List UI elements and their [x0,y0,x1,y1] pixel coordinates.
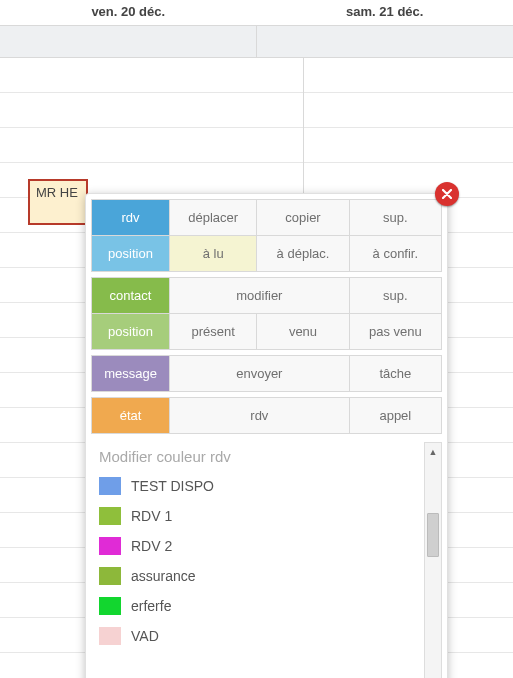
allday-col-fri[interactable] [0,26,256,57]
color-item-erferfe[interactable]: erferfe [91,591,420,621]
row-label-rdv: rdv [92,200,170,236]
row-label-etat: état [92,398,170,434]
action-envoyer[interactable]: envoyer [170,356,350,392]
color-swatch [99,507,121,525]
calendar-event[interactable]: MR HE [28,179,88,225]
action-deplacer[interactable]: déplacer [170,200,257,236]
row-label-message: message [92,356,170,392]
action-tache[interactable]: tâche [349,356,441,392]
color-swatch [99,537,121,555]
close-icon[interactable] [435,182,459,206]
action-present[interactable]: présent [170,314,257,350]
row-label-position-contact: position [92,314,170,350]
calendar-grid[interactable]: MR HE rdv déplacer copier sup. position … [0,58,513,678]
color-label: RDV 2 [131,538,172,554]
color-label: VAD [131,628,159,644]
color-label: TEST DISPO [131,478,214,494]
action-venu[interactable]: venu [257,314,349,350]
color-item-rdv-1[interactable]: RDV 1 [91,501,420,531]
allday-col-sat[interactable] [256,26,513,57]
context-popup: rdv déplacer copier sup. position à lu à… [85,193,448,678]
color-swatch [99,627,121,645]
action-a-confirmer[interactable]: à confir. [349,236,441,272]
action-a-deplacer[interactable]: à déplac. [257,236,349,272]
action-etat-rdv[interactable]: rdv [170,398,350,434]
action-table: rdv déplacer copier sup. position à lu à… [91,199,442,434]
scroll-track[interactable] [425,461,441,674]
action-a-lu[interactable]: à lu [170,236,257,272]
color-swatch [99,477,121,495]
action-sup-rdv[interactable]: sup. [349,200,441,236]
action-etat-appel[interactable]: appel [349,398,441,434]
calendar-header: ven. 20 déc. sam. 21 déc. [0,0,513,26]
day-header-sat[interactable]: sam. 21 déc. [257,0,514,25]
color-section: Modifier couleur rdv TEST DISPO RDV 1 RD… [91,442,442,678]
scroll-thumb[interactable] [427,513,439,557]
row-label-contact: contact [92,278,170,314]
day-header-fri[interactable]: ven. 20 déc. [0,0,257,25]
color-item-rdv-2[interactable]: RDV 2 [91,531,420,561]
action-modifier-contact[interactable]: modifier [170,278,350,314]
action-sup-contact[interactable]: sup. [349,278,441,314]
color-item-vad[interactable]: VAD [91,621,420,651]
scrollbar[interactable]: ▲ ▼ [424,442,442,678]
row-label-position-rdv: position [92,236,170,272]
color-label: erferfe [131,598,171,614]
color-list: TEST DISPO RDV 1 RDV 2 assurance erferfe [91,471,442,678]
scroll-up-icon[interactable]: ▲ [425,443,441,461]
allday-row [0,26,513,58]
color-label: RDV 1 [131,508,172,524]
color-item-test-dispo[interactable]: TEST DISPO [91,471,420,501]
color-label: assurance [131,568,196,584]
color-item-assurance[interactable]: assurance [91,561,420,591]
color-section-title: Modifier couleur rdv [91,442,442,471]
color-swatch [99,597,121,615]
scroll-down-icon[interactable]: ▼ [425,674,441,678]
action-copier[interactable]: copier [257,200,349,236]
color-swatch [99,567,121,585]
action-pas-venu[interactable]: pas venu [349,314,441,350]
